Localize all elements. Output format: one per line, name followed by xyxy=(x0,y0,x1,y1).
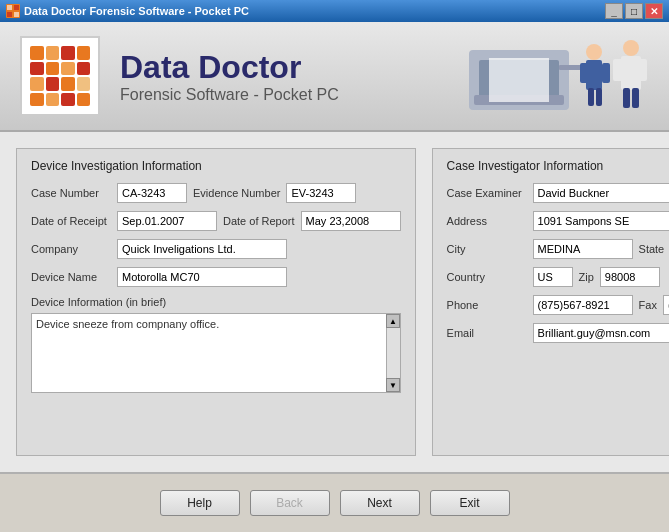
case-examiner-label: Case Examiner xyxy=(447,187,527,199)
svg-rect-13 xyxy=(588,88,594,106)
case-number-label: Case Number xyxy=(31,187,111,199)
evidence-number-input[interactable] xyxy=(286,183,356,203)
date-report-input[interactable] xyxy=(301,211,401,231)
exit-button[interactable]: Exit xyxy=(430,490,510,516)
email-label: Email xyxy=(447,327,527,339)
date-receipt-label: Date of Receipt xyxy=(31,215,111,227)
device-name-label: Device Name xyxy=(31,271,111,283)
logo-box xyxy=(20,36,100,116)
case-examiner-row: Case Examiner xyxy=(447,183,669,203)
svg-rect-14 xyxy=(596,88,602,106)
device-name-row: Device Name xyxy=(31,267,401,287)
date-receipt-row: Date of Receipt Date of Report xyxy=(31,211,401,231)
address-row: Address xyxy=(447,211,669,231)
help-button[interactable]: Help xyxy=(160,490,240,516)
device-info-label: Device Information (in brief) xyxy=(31,296,166,308)
company-row: Company xyxy=(31,239,401,259)
city-state-row: City State xyxy=(447,239,669,259)
svg-rect-18 xyxy=(637,59,647,81)
country-zip-row: Country Zip xyxy=(447,267,669,287)
header-illustration xyxy=(459,30,659,130)
case-investigator-panel: Case Investigator Information Case Exami… xyxy=(432,148,669,456)
date-receipt-input[interactable] xyxy=(117,211,217,231)
svg-rect-3 xyxy=(7,12,12,17)
window-controls: _ □ ✕ xyxy=(605,3,663,19)
svg-rect-2 xyxy=(14,5,19,10)
svg-rect-4 xyxy=(14,12,19,17)
evidence-number-label: Evidence Number xyxy=(193,187,280,199)
email-input[interactable] xyxy=(533,323,669,343)
svg-rect-11 xyxy=(580,63,588,83)
zip-input[interactable] xyxy=(600,267,660,287)
case-number-input[interactable] xyxy=(117,183,187,203)
address-input[interactable] xyxy=(533,211,669,231)
case-number-row: Case Number Evidence Number xyxy=(31,183,401,203)
fax-input[interactable] xyxy=(663,295,669,315)
svg-rect-12 xyxy=(602,63,610,83)
svg-rect-1 xyxy=(7,5,12,10)
state-label: State xyxy=(639,243,665,255)
phone-label: Phone xyxy=(447,299,527,311)
device-info-textarea-wrapper: Device sneeze from compnany office. ▲ ▼ xyxy=(31,313,401,393)
company-label: Company xyxy=(31,243,111,255)
country-label: Country xyxy=(447,271,527,283)
svg-rect-20 xyxy=(632,88,639,108)
main-content: Device Investigation Information Case Nu… xyxy=(0,132,669,472)
phone-fax-row: Phone Fax xyxy=(447,295,669,315)
close-button[interactable]: ✕ xyxy=(645,3,663,19)
city-input[interactable] xyxy=(533,239,633,259)
back-button[interactable]: Back xyxy=(250,490,330,516)
email-row: Email xyxy=(447,323,669,343)
scrollbar-up-button[interactable]: ▲ xyxy=(386,314,400,328)
title-bar: Data Doctor Forensic Software - Pocket P… xyxy=(0,0,669,22)
textarea-scrollbar: ▲ ▼ xyxy=(386,314,400,392)
device-name-input[interactable] xyxy=(117,267,287,287)
zip-label: Zip xyxy=(579,271,594,283)
window-title: Data Doctor Forensic Software - Pocket P… xyxy=(24,5,249,17)
next-button[interactable]: Next xyxy=(340,490,420,516)
svg-rect-21 xyxy=(489,58,549,102)
svg-rect-10 xyxy=(586,60,602,90)
date-report-label: Date of Report xyxy=(223,215,295,227)
case-examiner-input[interactable] xyxy=(533,183,669,203)
app-header: Data Doctor Forensic Software - Pocket P… xyxy=(0,22,669,132)
maximize-button[interactable]: □ xyxy=(625,3,643,19)
phone-input[interactable] xyxy=(533,295,633,315)
country-input[interactable] xyxy=(533,267,573,287)
address-label: Address xyxy=(447,215,527,227)
svg-point-9 xyxy=(586,44,602,60)
svg-rect-19 xyxy=(623,88,630,108)
city-label: City xyxy=(447,243,527,255)
logo-pattern xyxy=(30,46,90,106)
app-icon xyxy=(6,4,20,18)
investigator-panel-title: Case Investigator Information xyxy=(447,159,669,173)
scrollbar-down-button[interactable]: ▼ xyxy=(386,378,400,392)
minimize-button[interactable]: _ xyxy=(605,3,623,19)
device-info-textarea[interactable]: Device sneeze from compnany office. xyxy=(32,314,400,392)
svg-rect-17 xyxy=(613,59,623,81)
company-input[interactable] xyxy=(117,239,287,259)
svg-point-15 xyxy=(623,40,639,56)
device-info-label-row: Device Information (in brief) xyxy=(31,295,401,309)
fax-label: Fax xyxy=(639,299,657,311)
device-investigation-panel: Device Investigation Information Case Nu… xyxy=(16,148,416,456)
bottom-bar: Help Back Next Exit xyxy=(0,472,669,532)
device-panel-title: Device Investigation Information xyxy=(31,159,401,173)
